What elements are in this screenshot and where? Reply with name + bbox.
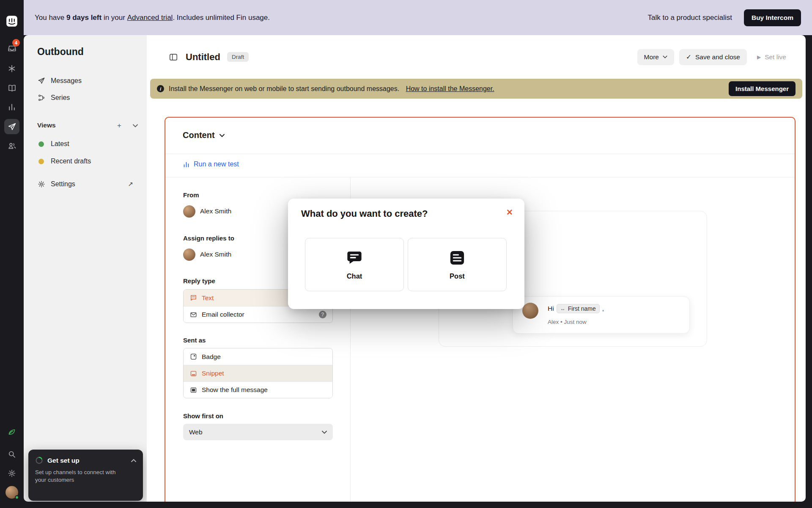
sent-as-option-snippet[interactable]: Snippet xyxy=(184,365,332,381)
create-type-modal: What do you want to create? ✕ Chat Post xyxy=(288,199,524,309)
trial-text-post: . Includes unlimited Fin usage. xyxy=(173,14,270,22)
settings-gear-icon[interactable] xyxy=(4,466,19,481)
envelope-icon xyxy=(189,311,197,318)
sidebar-item-label: Latest xyxy=(51,140,69,148)
page-title[interactable]: Untitled xyxy=(186,52,220,63)
get-set-up-card[interactable]: Get set up Set up channels to connect wi… xyxy=(28,450,143,501)
messages-icon xyxy=(37,77,45,85)
setup-progress-icon xyxy=(35,456,43,464)
avatar xyxy=(183,205,195,218)
sidebar-item-label: Messages xyxy=(51,77,82,85)
sidebar-title: Outbound xyxy=(37,46,84,58)
ai-assist-icon[interactable] xyxy=(4,61,19,76)
views-section-title: Views xyxy=(37,121,56,129)
trial-text-mid: in your xyxy=(102,14,127,22)
chevron-down-icon xyxy=(663,55,667,58)
content-card: Content Run a new test From xyxy=(165,117,796,502)
external-link-icon: ↗ xyxy=(128,180,133,188)
content-section-toggle[interactable]: Content xyxy=(183,130,225,140)
chat-bubble-icon xyxy=(189,294,197,301)
chevron-down-icon xyxy=(219,134,225,137)
full-message-icon xyxy=(189,387,197,394)
reply-type-label: Reply type xyxy=(183,277,215,284)
talk-to-specialist-link[interactable]: Talk to a product specialist xyxy=(648,14,732,22)
sidebar-item-series[interactable]: Series xyxy=(30,89,141,106)
chevron-down-icon xyxy=(322,431,327,434)
trial-text: You have xyxy=(35,14,66,22)
create-post-option[interactable]: Post xyxy=(408,238,507,291)
whats-new-icon[interactable] xyxy=(4,424,19,439)
sent-as-label: Sent as xyxy=(183,337,206,344)
badge-icon xyxy=(189,353,197,360)
sent-as-option-full-message[interactable]: Show the full message xyxy=(184,381,332,398)
set-live-button[interactable]: ▶ Set live xyxy=(752,49,791,65)
sidebar-item-messages[interactable]: Messages xyxy=(30,72,141,89)
trial-banner: You have 9 days left in your Advanced tr… xyxy=(24,0,812,35)
search-icon[interactable] xyxy=(4,447,19,462)
app-screen: You have 9 days left in your Advanced tr… xyxy=(0,0,812,508)
intercom-logo[interactable] xyxy=(6,15,18,27)
preview-message-text: Hi ↔ First name , xyxy=(548,304,604,313)
app-rail: 4 xyxy=(0,0,24,508)
modal-title: What do you want to create? xyxy=(301,208,428,219)
reports-icon[interactable] xyxy=(4,99,19,115)
sent-as-option-badge[interactable]: Badge xyxy=(184,348,332,365)
preview-message-meta: Alex • Just now xyxy=(548,319,587,325)
views-collapse-chevron-icon[interactable] xyxy=(130,121,140,131)
setup-card-body: Set up channels to connect with your cus… xyxy=(35,469,125,484)
preview-chat-bubble: Hi ↔ First name , Alex • Just now xyxy=(513,296,690,334)
outbound-icon[interactable] xyxy=(4,119,19,134)
user-avatar[interactable] xyxy=(4,485,19,500)
help-icon[interactable]: ? xyxy=(319,311,326,318)
close-icon[interactable]: ✕ xyxy=(506,208,513,218)
from-label: From xyxy=(183,191,199,199)
knowledge-base-icon[interactable] xyxy=(4,80,19,96)
install-messenger-button[interactable]: Install Messenger xyxy=(729,81,796,96)
trial-days-left: 9 days left xyxy=(66,14,102,22)
how-to-install-link[interactable]: How to install the Messenger. xyxy=(406,85,494,93)
install-banner-message: Install the Messenger on web or mobile t… xyxy=(169,85,401,93)
recent-drafts-view-icon xyxy=(37,159,45,164)
assign-replies-label: Assign replies to xyxy=(183,235,234,242)
sidebar-item-label: Series xyxy=(51,94,70,102)
check-icon: ✓ xyxy=(686,53,691,61)
sent-as-group: Badge Snippet Show the full message xyxy=(183,348,333,398)
play-icon: ▶ xyxy=(757,54,761,60)
sidebar-view-recent-drafts[interactable]: Recent drafts xyxy=(30,153,141,170)
editor-header: Untitled Draft More ✓ Save and close ▶ xyxy=(147,35,806,79)
sidebar-item-label: Settings xyxy=(51,180,75,188)
inbox-unread-badge: 4 xyxy=(12,39,20,47)
setup-card-title: Get set up xyxy=(47,457,80,464)
divider xyxy=(165,154,795,154)
series-icon xyxy=(37,94,45,102)
online-status-dot xyxy=(15,495,19,500)
more-button[interactable]: More xyxy=(637,49,674,65)
panel-toggle-icon[interactable] xyxy=(169,52,178,62)
divider xyxy=(165,177,795,177)
contacts-icon[interactable] xyxy=(4,138,19,153)
sidebar-item-settings[interactable]: Settings ↗ xyxy=(30,176,141,193)
add-view-button[interactable]: + xyxy=(114,121,124,131)
chevron-up-icon[interactable] xyxy=(131,459,136,462)
save-and-close-button[interactable]: ✓ Save and close xyxy=(679,49,747,65)
snippet-icon xyxy=(189,370,197,377)
create-chat-option[interactable]: Chat xyxy=(305,238,404,291)
post-icon xyxy=(448,249,466,267)
run-new-test-link[interactable]: Run a new test xyxy=(183,160,239,168)
info-icon: i xyxy=(157,85,164,92)
token-arrows-icon: ↔ xyxy=(560,306,565,312)
buy-intercom-button[interactable]: Buy Intercom xyxy=(744,9,801,26)
option-label: Post xyxy=(450,272,465,280)
first-name-token[interactable]: ↔ First name xyxy=(557,304,600,313)
show-first-on-select[interactable]: Web xyxy=(183,424,333,440)
outbound-sidebar: Outbound Messages Series Views + xyxy=(24,35,147,502)
advanced-trial-link[interactable]: Advanced trial xyxy=(127,14,173,22)
sidebar-view-latest[interactable]: Latest xyxy=(30,135,141,152)
gear-icon xyxy=(37,180,45,188)
test-chart-icon xyxy=(183,161,190,168)
avatar xyxy=(183,248,195,261)
sidebar-item-label: Recent drafts xyxy=(51,157,91,165)
status-badge: Draft xyxy=(227,52,249,62)
show-first-on-label: Show first on xyxy=(183,412,223,420)
avatar xyxy=(522,303,538,319)
